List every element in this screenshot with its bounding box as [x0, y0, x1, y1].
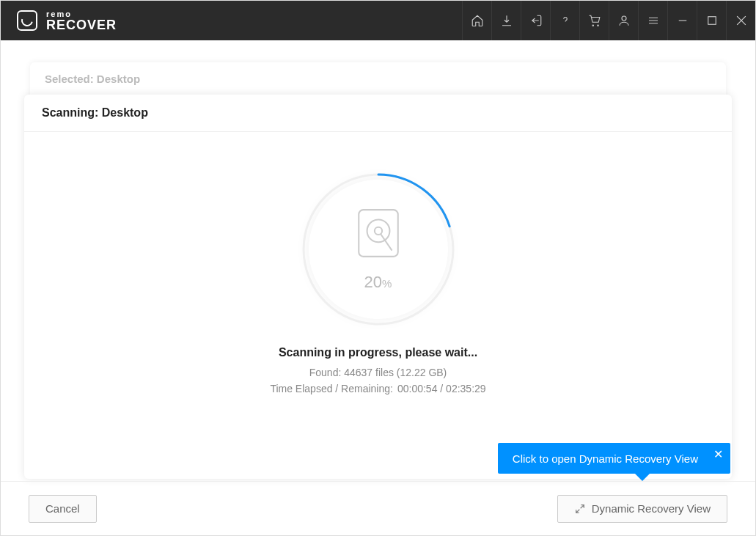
- svg-point-0: [622, 16, 626, 21]
- status-message: Scanning in progress, please wait...: [279, 346, 477, 359]
- home-icon[interactable]: [462, 1, 491, 40]
- tooltip-close-icon[interactable]: ✕: [713, 447, 723, 461]
- dynamic-view-tooltip: Click to open Dynamic Recovery View ✕: [498, 443, 730, 474]
- svg-rect-1: [708, 17, 716, 25]
- export-icon[interactable]: [521, 1, 550, 40]
- svg-point-8: [374, 227, 381, 235]
- time-text: Time Elapsed / Remaining:00:00:54 / 02:3…: [270, 383, 485, 394]
- progress-percent: 20%: [364, 273, 392, 292]
- disk-icon: [356, 207, 401, 263]
- brand-small: remo: [46, 10, 117, 18]
- menu-icon[interactable]: [638, 1, 667, 40]
- minimize-icon[interactable]: [667, 1, 697, 40]
- bottom-bar: Cancel Dynamic Recovery View: [1, 481, 755, 535]
- scanning-title: Scanning: Desktop: [24, 95, 732, 131]
- expand-icon: [574, 503, 586, 515]
- svg-point-7: [367, 219, 389, 242]
- maximize-icon[interactable]: [697, 1, 726, 40]
- scanning-card: Scanning: Desktop 20% Scann: [24, 95, 732, 479]
- found-text: Found: 44637 files (12.22 GB): [309, 367, 447, 378]
- app-logo: remo RECOVER: [17, 10, 117, 32]
- progress-ring: 20%: [298, 169, 459, 330]
- brand-big: RECOVER: [46, 18, 117, 32]
- cancel-button[interactable]: Cancel: [29, 495, 97, 523]
- logo-icon: [17, 10, 37, 31]
- user-icon[interactable]: [609, 1, 638, 40]
- dynamic-recovery-view-button[interactable]: Dynamic Recovery View: [557, 495, 727, 523]
- close-icon[interactable]: [726, 1, 755, 40]
- titlebar: remo RECOVER: [1, 1, 755, 40]
- cart-icon[interactable]: [579, 1, 609, 40]
- help-icon[interactable]: [550, 1, 579, 40]
- download-icon[interactable]: [491, 1, 521, 40]
- selected-title: Selected: Desktop: [30, 62, 726, 95]
